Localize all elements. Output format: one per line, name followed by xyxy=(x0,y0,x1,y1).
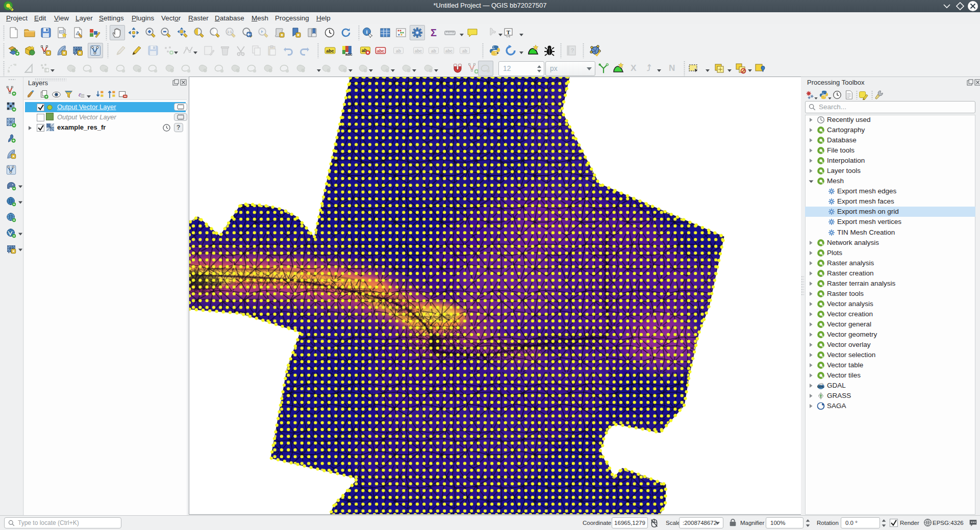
svg-text:1:1: 1:1 xyxy=(227,30,232,34)
svg-text:abc: abc xyxy=(415,48,422,54)
svg-text:ab: ab xyxy=(462,48,467,54)
svg-text:ab: ab xyxy=(396,48,401,54)
svg-text:GDAL: GDAL xyxy=(817,386,824,388)
svg-text:abc: abc xyxy=(445,48,453,54)
svg-text:T: T xyxy=(507,29,511,35)
svg-text:abc: abc xyxy=(345,52,353,57)
svg-text:i: i xyxy=(366,29,367,35)
svg-text:abc: abc xyxy=(377,48,385,54)
svg-text:ε: ε xyxy=(79,90,82,98)
svg-text:Σ: Σ xyxy=(431,27,437,38)
svg-text:abc: abc xyxy=(326,48,334,54)
svg-text:?: ? xyxy=(571,47,574,54)
svg-text:ab: ab xyxy=(431,48,436,54)
